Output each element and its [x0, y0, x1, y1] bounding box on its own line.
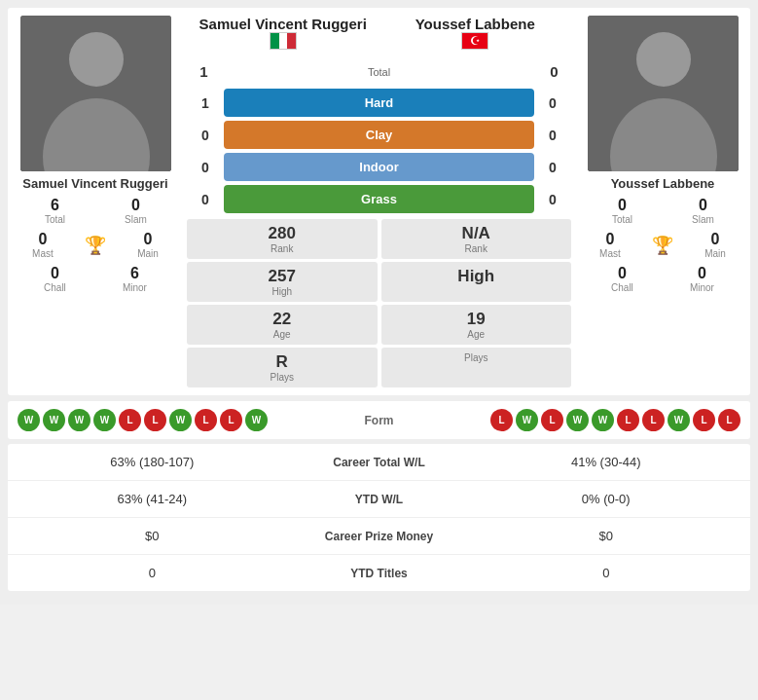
right-total-lbl: Total: [585, 214, 660, 225]
right-slam-block: 0 Slam: [664, 195, 742, 227]
right-player-name-mid: Youssef Labbene: [379, 16, 572, 32]
prize-money-label: Career Prize Money: [282, 530, 477, 543]
right-age-lbl: Age: [384, 329, 569, 340]
right-chall-lbl: Chall: [611, 282, 633, 293]
right-minor-val: 0: [690, 265, 714, 282]
left-age-box: 22 Age: [187, 305, 378, 345]
ytd-wl-label: YTD W/L: [282, 493, 477, 506]
left-minor-val: 6: [123, 265, 147, 282]
left-mast-val: 0: [32, 231, 54, 248]
form-right-2: W: [516, 409, 538, 431]
form-right-10: L: [718, 409, 740, 431]
right-main-block: 0 Main: [703, 229, 728, 261]
right-mast-val: 0: [599, 231, 621, 248]
player-right-name: Youssef Labbene: [611, 176, 715, 191]
ytd-titles-row: 0 YTD Titles 0: [8, 555, 750, 591]
left-mast-lbl: Mast: [32, 248, 54, 259]
left-plays-val: R: [190, 352, 375, 372]
form-left-5: L: [119, 409, 141, 431]
right-trophy-icon: 🏆: [652, 235, 673, 256]
prize-money-left: $0: [22, 529, 282, 543]
form-right-8: W: [668, 409, 690, 431]
player-left-name: Samuel Vincent Ruggeri: [22, 176, 167, 191]
form-right-6: L: [617, 409, 639, 431]
form-label: Form: [341, 414, 418, 427]
surface-row-indoor: 0 Indoor 0: [187, 153, 571, 181]
left-slam-val: 0: [98, 197, 173, 214]
form-right-badges: L W L W W L L W L L: [418, 409, 741, 431]
right-trophy-row: 0 Mast 🏆 0 Main: [583, 229, 742, 261]
hard-badge: Hard: [224, 89, 534, 117]
left-total-val: 6: [18, 197, 92, 214]
career-wl-left: 63% (180-107): [22, 455, 282, 469]
right-chall-val: 0: [611, 265, 633, 282]
tunisia-flag: [461, 32, 488, 50]
left-main-lbl: Main: [137, 248, 159, 259]
form-right-1: L: [490, 409, 513, 431]
indoor-badge: Indoor: [224, 153, 534, 181]
left-rank-stats: 280 Rank 257 High 22 Age R Plays: [187, 219, 378, 387]
right-total-block: 0 Total: [583, 195, 662, 227]
left-total-lbl: Total: [18, 214, 92, 225]
clay-badge: Clay: [224, 121, 534, 149]
left-high-box: 257 High: [187, 262, 378, 302]
left-chall-block: 0 Chall: [42, 263, 68, 295]
page: Samuel Vincent Ruggeri 6 Total 0 Slam 0 …: [0, 0, 758, 605]
right-minor-block: 0 Minor: [688, 263, 716, 295]
right-chall-block: 0 Chall: [609, 263, 635, 295]
surface-row-hard: 1 Hard 0: [187, 89, 571, 117]
form-left-8: L: [195, 409, 217, 431]
player-comparison-card: Samuel Vincent Ruggeri 6 Total 0 Slam 0 …: [8, 8, 750, 395]
left-total-block: 6 Total: [16, 195, 94, 227]
left-minor-block: 6 Minor: [121, 263, 149, 295]
form-right-3: L: [541, 409, 563, 431]
total-label: Total: [221, 66, 537, 78]
mid-left-name: Samuel Vincent Ruggeri: [187, 16, 379, 53]
form-row: W W W W L L W L L W Form L W L W W L L W…: [8, 401, 750, 439]
form-left-2: W: [43, 409, 65, 431]
player-right-stats: 0 Total 0 Slam: [583, 195, 742, 227]
form-left-9: L: [220, 409, 242, 431]
right-high-box: High: [381, 262, 572, 302]
left-trophy-row: 0 Mast 🏆 0 Main: [16, 229, 175, 261]
ytd-wl-left: 63% (41-24): [22, 492, 282, 506]
form-left-3: W: [68, 409, 90, 431]
form-left-7: W: [169, 409, 192, 431]
left-high-lbl: High: [190, 286, 375, 297]
player-left-photo: [20, 16, 171, 171]
form-left-10: W: [245, 409, 268, 431]
career-wl-row: 63% (180-107) Career Total W/L 41% (30-4…: [8, 444, 750, 481]
prize-money-right: $0: [477, 529, 737, 543]
indoor-left: 0: [187, 160, 224, 175]
ytd-wl-row: 63% (41-24) YTD W/L 0% (0-0): [8, 481, 750, 518]
right-plays-box: Plays: [381, 348, 572, 387]
right-plays-lbl: Plays: [384, 352, 569, 363]
left-player-name-mid: Samuel Vincent Ruggeri: [187, 16, 379, 32]
hard-left: 1: [187, 95, 224, 111]
bottom-stats-table: 63% (180-107) Career Total W/L 41% (30-4…: [8, 444, 750, 591]
player-left-stats: 6 Total 0 Slam: [16, 195, 175, 227]
right-mast-block: 0 Mast: [597, 229, 623, 261]
form-right-9: L: [693, 409, 715, 431]
grass-badge: Grass: [224, 185, 534, 213]
form-right-5: W: [592, 409, 614, 431]
trophy-icon: 🏆: [85, 235, 106, 256]
grass-left: 0: [187, 192, 224, 207]
player-left-column: Samuel Vincent Ruggeri 6 Total 0 Slam 0 …: [8, 16, 183, 387]
left-slam-block: 0 Slam: [96, 195, 175, 227]
left-chall-minor-row: 0 Chall 6 Minor: [16, 263, 175, 295]
left-age-lbl: Age: [190, 329, 375, 340]
left-main-block: 0 Main: [135, 229, 161, 261]
right-age-val: 19: [384, 310, 569, 329]
right-minor-lbl: Minor: [690, 282, 714, 293]
left-main-val: 0: [137, 231, 159, 248]
right-total-val: 0: [585, 197, 660, 214]
career-wl-label: Career Total W/L: [282, 456, 477, 469]
left-mast-block: 0 Mast: [30, 229, 55, 261]
form-right-7: L: [642, 409, 665, 431]
right-rank-stats: N/A Rank High 19 Age Plays: [381, 219, 572, 387]
form-left-badges: W W W W L L W L L W: [18, 409, 341, 431]
form-right-4: W: [566, 409, 589, 431]
right-age-box: 19 Age: [381, 305, 572, 345]
surface-rows: 1 Hard 0 0 Clay 0 0 Indoor 0 0 Grass: [187, 89, 571, 213]
